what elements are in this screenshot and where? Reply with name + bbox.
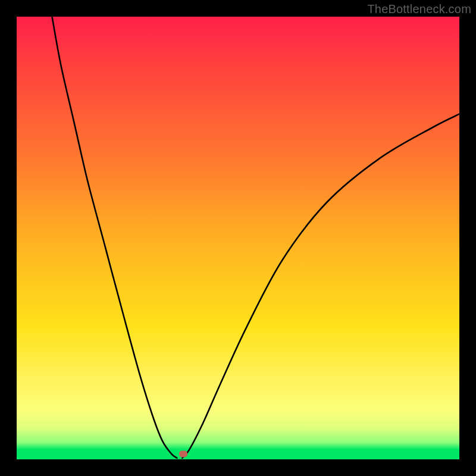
bottleneck-curve	[17, 17, 459, 459]
curve-right-branch	[182, 114, 459, 458]
plot-area	[17, 17, 459, 459]
curve-left-branch	[52, 17, 177, 458]
chart-frame: TheBottleneck.com	[0, 0, 476, 476]
optimum-marker	[179, 451, 187, 458]
watermark-text: TheBottleneck.com	[367, 2, 471, 16]
